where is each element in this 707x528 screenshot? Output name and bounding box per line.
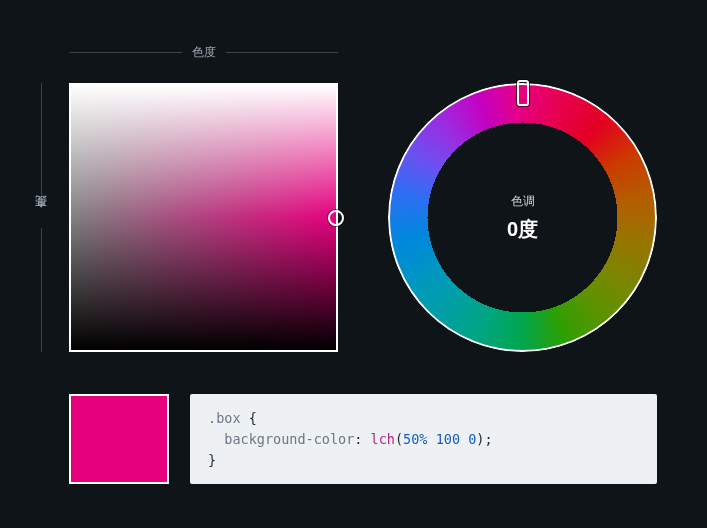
axis-line: [69, 52, 182, 53]
code-close-brace: }: [208, 452, 216, 468]
code-func: lch: [371, 431, 395, 447]
code-property: background-color: [224, 431, 354, 447]
code-open-brace: {: [241, 410, 257, 426]
hue-ring[interactable]: [388, 83, 657, 352]
code-selector: .box: [208, 410, 241, 426]
chroma-lightness-picker[interactable]: [69, 83, 338, 352]
code-open-paren: (: [395, 431, 403, 447]
axis-line: [41, 228, 42, 353]
axis-line: [41, 83, 42, 208]
css-code-panel: .box { background-color: lch(50% 100 0);…: [190, 394, 657, 484]
code-sp1: [428, 431, 436, 447]
code-indent: [208, 431, 224, 447]
chroma-axis: 色度: [69, 44, 338, 61]
chroma-axis-label: 色度: [192, 44, 216, 61]
code-arg-l: 50%: [403, 431, 427, 447]
axis-line: [226, 52, 339, 53]
code-sp2: [460, 431, 468, 447]
code-close-paren: );: [476, 431, 492, 447]
code-colon: :: [354, 431, 370, 447]
color-swatch: [69, 394, 169, 484]
lightness-axis: 亮度: [35, 83, 47, 352]
picker-handle-icon: [328, 210, 344, 226]
hue-ring-container: 色调 0度: [388, 83, 657, 352]
code-arg-c: 100: [436, 431, 460, 447]
